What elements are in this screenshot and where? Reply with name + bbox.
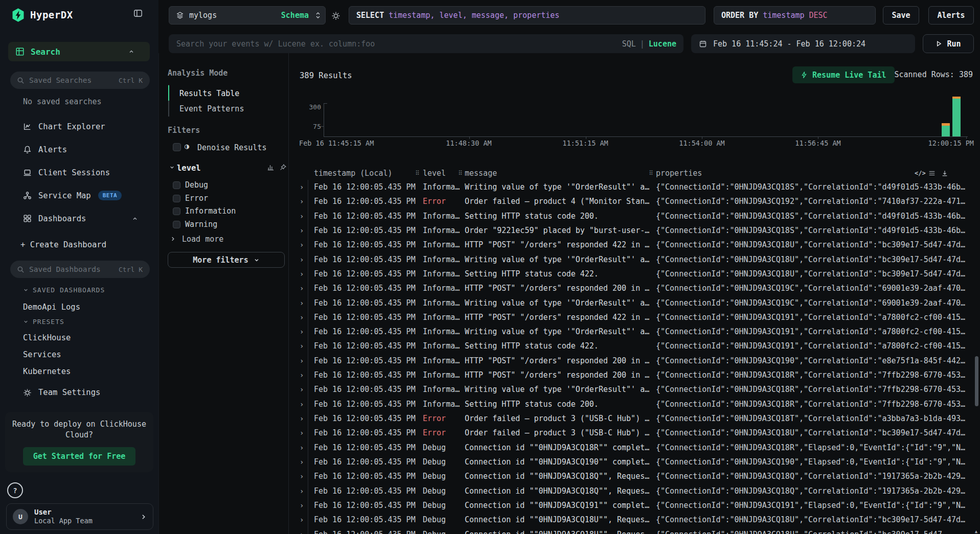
row-expand-chevron[interactable]: ›: [300, 324, 307, 339]
scrollbar-thumb[interactable]: [975, 356, 978, 406]
table-row[interactable]: ›Feb 16 12:00:05.435 PMErrorOrder failed…: [289, 411, 975, 426]
row-expand-chevron[interactable]: ›: [300, 484, 307, 498]
level-option-label[interactable]: Information: [185, 205, 236, 218]
sidebar-item-dashboards[interactable]: Dashboards: [0, 207, 158, 230]
histogram-bar[interactable]: [952, 97, 961, 136]
row-expand-chevron[interactable]: ›: [300, 238, 307, 252]
table-row[interactable]: ›Feb 16 12:00:05.435 PMInforma…Writing v…: [289, 180, 975, 194]
row-expand-chevron[interactable]: ›: [300, 281, 307, 295]
run-button[interactable]: Run: [923, 34, 974, 53]
row-expand-chevron[interactable]: ›: [300, 180, 307, 194]
row-expand-chevron[interactable]: ›: [300, 339, 307, 353]
row-expand-chevron[interactable]: ›: [300, 411, 307, 426]
section-presets[interactable]: PRESETS: [23, 316, 64, 327]
mode-results-table[interactable]: Results Table: [179, 86, 239, 101]
row-expand-chevron[interactable]: ›: [300, 440, 307, 455]
row-expand-chevron[interactable]: ›: [300, 252, 307, 267]
checkbox[interactable]: [173, 221, 180, 228]
table-row[interactable]: ›Feb 16 12:00:05.435 PMInforma…HTTP "POS…: [289, 310, 975, 324]
sidebar-collapse-icon[interactable]: [133, 8, 143, 18]
section-saved-dashboards[interactable]: SAVED DASHBOARDS: [23, 284, 105, 295]
table-row[interactable]: ›Feb 16 12:00:05.435 PMDebugConnection i…: [289, 484, 975, 498]
row-expand-chevron[interactable]: ›: [300, 382, 307, 397]
column-header-properties[interactable]: properties: [656, 167, 702, 180]
table-row[interactable]: ›Feb 16 12:00:05.435 PMDebugConnection i…: [289, 498, 975, 513]
row-expand-chevron[interactable]: ›: [300, 310, 307, 324]
mode-event-patterns[interactable]: Event Patterns: [179, 101, 244, 117]
scroll-up-arrow[interactable]: ▲: [974, 529, 978, 534]
table-row[interactable]: ›Feb 16 12:00:05.435 PMInforma…Order "92…: [289, 223, 975, 238]
column-header-message[interactable]: message: [465, 167, 497, 180]
table-row[interactable]: ›Feb 16 12:00:05.435 PMInforma…Setting H…: [289, 209, 975, 223]
sidebar-item-search[interactable]: Search: [8, 42, 150, 61]
saved-dashboards-input[interactable]: Saved Dashboards Ctrl K: [10, 261, 150, 278]
table-row[interactable]: ›Feb 16 12:00:05.435 PMDebugConnection i…: [289, 455, 975, 469]
help-button[interactable]: ?: [7, 482, 23, 498]
load-more-button[interactable]: Load more: [159, 233, 289, 245]
sidebar-item-alerts[interactable]: Alerts: [0, 138, 158, 161]
table-row[interactable]: ›Feb 16 12:00:05.435 PMInforma…Setting H…: [289, 267, 975, 281]
table-row[interactable]: ›Feb 16 12:00:05.435 PMDebugConnection i…: [289, 440, 975, 455]
level-option-label[interactable]: Error: [185, 192, 208, 205]
sidebar-item-team-settings[interactable]: Team Settings: [0, 383, 158, 402]
time-range-picker[interactable]: Feb 16 11:45:24 - Feb 16 12:00:24: [691, 34, 915, 53]
table-row[interactable]: ›Feb 16 12:00:05.435 PMInforma…HTTP "POS…: [289, 281, 975, 295]
alerts-button[interactable]: Alerts: [928, 6, 974, 25]
event-search-input[interactable]: Search your events w/ Lucene ex. column:…: [169, 34, 683, 53]
lucene-mode-toggle[interactable]: Lucene: [649, 39, 676, 49]
preset-dashboard-link[interactable]: Services: [23, 346, 151, 363]
histogram-icon[interactable]: [267, 164, 275, 171]
chevron-down-icon[interactable]: [169, 165, 175, 170]
row-expand-chevron[interactable]: ›: [300, 267, 307, 281]
sql-mode-toggle[interactable]: SQL: [622, 39, 636, 49]
column-header-level[interactable]: level: [423, 167, 446, 180]
saved-dashboard-link[interactable]: DemoApi Logs: [23, 299, 151, 316]
histogram-bar[interactable]: [942, 123, 950, 136]
level-option-label[interactable]: Debug: [185, 179, 208, 192]
drag-handle-icon[interactable]: ⠿: [649, 167, 653, 180]
table-row[interactable]: ›Feb 16 12:00:05.435 PMInforma…Writing v…: [289, 324, 975, 339]
preset-dashboard-link[interactable]: Kubernetes: [23, 363, 151, 380]
download-icon[interactable]: [941, 167, 948, 180]
table-row[interactable]: ›Feb 16 12:00:05.435 PMInforma…Writing v…: [289, 252, 975, 267]
order-by-input[interactable]: ORDER BY timestamp DESC: [714, 6, 876, 25]
user-menu[interactable]: U User Local App Team: [6, 503, 153, 530]
denoise-label[interactable]: Denoise Results: [197, 142, 266, 154]
row-expand-chevron[interactable]: ›: [300, 296, 307, 310]
pin-icon[interactable]: [279, 164, 287, 171]
table-row[interactable]: ›Feb 16 12:00:05.435 PMInforma…Setting H…: [289, 339, 975, 353]
row-expand-chevron[interactable]: ›: [300, 498, 307, 513]
get-started-button[interactable]: Get Started for Free: [23, 447, 136, 466]
select-query-input[interactable]: SELECT timestamp, level, message, proper…: [349, 6, 705, 25]
table-row[interactable]: ›Feb 16 12:00:05.435 PMInforma…Writing v…: [289, 296, 975, 310]
table-row[interactable]: ›Feb 16 12:00:05.435 PMErrorOrder failed…: [289, 194, 975, 208]
code-view-icon[interactable]: </>: [915, 167, 926, 180]
checkbox[interactable]: [173, 181, 180, 189]
more-filters-button[interactable]: More filters: [168, 252, 285, 268]
source-selector[interactable]: mylogs Schema: [169, 6, 326, 25]
table-row[interactable]: ›Feb 16 12:00:05.435 PMInforma…Setting H…: [289, 397, 975, 411]
table-row[interactable]: ›Feb 16 12:00:05.435 PMInforma…Writing v…: [289, 382, 975, 397]
row-expand-chevron[interactable]: ›: [300, 513, 307, 527]
row-expand-chevron[interactable]: ›: [300, 455, 307, 469]
table-row[interactable]: ›Feb 16 12:00:05.435 PMInforma…HTTP "POS…: [289, 354, 975, 368]
drag-handle-icon[interactable]: ⠿: [415, 167, 420, 180]
sidebar-item-service-map[interactable]: Service MapBETA: [0, 184, 158, 207]
checkbox[interactable]: [173, 207, 180, 215]
column-header-timestamp[interactable]: timestamp (Local): [314, 167, 393, 180]
saved-searches-input[interactable]: Saved Searches Ctrl K: [10, 72, 150, 89]
row-expand-chevron[interactable]: ›: [300, 368, 307, 382]
table-row[interactable]: ›Feb 16 12:00:05.435 PMInforma…HTTP "POS…: [289, 368, 975, 382]
row-density-icon[interactable]: [928, 167, 936, 180]
table-row[interactable]: ›Feb 16 12:00:05.435 PMInforma…HTTP "POS…: [289, 238, 975, 252]
create-dashboard-button[interactable]: + Create Dashboard: [20, 240, 106, 249]
sidebar-item-chart-explorer[interactable]: Chart Explorer: [0, 115, 158, 138]
table-row[interactable]: ›Feb 16 12:00:05.435 PMDebugConnection i…: [289, 513, 975, 527]
sidebar-item-client-sessions[interactable]: Client Sessions: [0, 161, 158, 184]
settings-gear-icon[interactable]: [331, 11, 340, 20]
row-expand-chevron[interactable]: ›: [300, 223, 307, 238]
level-option-label[interactable]: Warning: [185, 218, 217, 231]
table-row[interactable]: ›Feb 16 12:00:05.435 PMErrorOrder failed…: [289, 426, 975, 440]
table-row[interactable]: ›Feb 16 12:00:05.435 PMDebugConnection i…: [289, 469, 975, 483]
row-expand-chevron[interactable]: ›: [300, 527, 307, 534]
